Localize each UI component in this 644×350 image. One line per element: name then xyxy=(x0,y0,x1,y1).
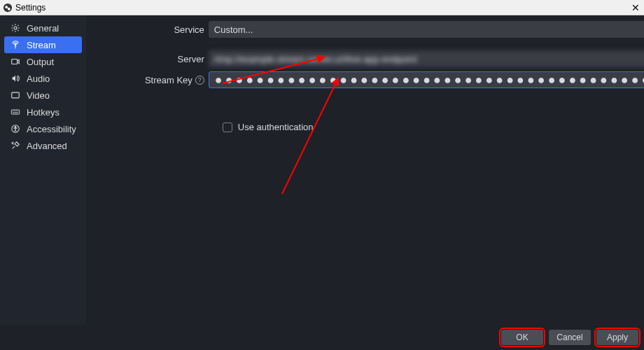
server-label: Server xyxy=(86,54,209,64)
sidebar-label: Stream xyxy=(27,40,56,50)
sidebar-label: Video xyxy=(27,90,50,101)
sidebar-item-general[interactable]: General xyxy=(4,20,82,36)
sidebar-label: Audio xyxy=(27,74,50,84)
sidebar-item-stream[interactable]: Stream xyxy=(4,36,82,53)
sidebar-label: General xyxy=(27,23,59,34)
output-icon xyxy=(10,56,21,67)
help-icon[interactable]: ? xyxy=(195,76,204,85)
service-label: Service xyxy=(86,24,209,35)
sidebar-label: Accessibility xyxy=(27,124,76,134)
app-icon xyxy=(3,3,13,13)
svg-point-3 xyxy=(14,27,17,29)
svg-rect-7 xyxy=(11,110,19,114)
gear-icon xyxy=(10,22,21,34)
window-title: Settings xyxy=(15,3,46,13)
keyboard-icon xyxy=(10,106,21,118)
sidebar-item-advanced[interactable]: Advanced xyxy=(4,137,82,154)
svg-point-1 xyxy=(5,6,8,8)
audio-icon xyxy=(10,73,21,84)
annotation-arrow xyxy=(279,71,345,197)
antenna-icon xyxy=(10,39,21,50)
service-value: Custom... xyxy=(214,24,253,35)
sidebar-item-hotkeys[interactable]: Hotkeys xyxy=(4,104,82,120)
accessibility-icon xyxy=(10,123,21,134)
sidebar-item-video[interactable]: Video xyxy=(4,87,82,104)
sidebar-label: Advanced xyxy=(27,141,67,151)
footer: OK Cancel Apply xyxy=(0,325,644,350)
svg-point-2 xyxy=(8,7,10,10)
svg-rect-5 xyxy=(12,59,18,64)
svg-point-0 xyxy=(4,3,12,11)
settings-window: Settings ✕ General Stream Output Audio xyxy=(0,0,644,350)
use-auth-label: Use authentication xyxy=(238,122,314,132)
svg-rect-6 xyxy=(12,92,20,98)
stream-key-value: ●●●●●●●●●●●●●●●●●●●●●●●●●●●●●●●●●●●●●●●●… xyxy=(215,73,644,88)
server-input[interactable]: rtmp://example.stream.server.url/live-ap… xyxy=(209,50,644,67)
video-icon xyxy=(10,90,21,101)
cancel-button[interactable]: Cancel xyxy=(549,330,591,345)
stream-key-input[interactable]: ●●●●●●●●●●●●●●●●●●●●●●●●●●●●●●●●●●●●●●●●… xyxy=(209,71,644,88)
sidebar: General Stream Output Audio Video Hotkey… xyxy=(0,15,86,325)
sidebar-label: Output xyxy=(27,57,54,67)
titlebar: Settings ✕ xyxy=(0,0,644,15)
stream-key-label: Stream Key xyxy=(145,75,192,85)
main-panel: Service Custom... ▴▾ Server rtmp://examp… xyxy=(86,15,644,325)
server-value: rtmp://example.stream.server.url/live-ap… xyxy=(214,54,417,64)
apply-button[interactable]: Apply xyxy=(596,330,638,345)
svg-line-11 xyxy=(282,78,338,194)
sidebar-item-output[interactable]: Output xyxy=(4,53,82,70)
svg-point-9 xyxy=(15,127,16,128)
ok-button[interactable]: OK xyxy=(501,330,543,345)
service-dropdown[interactable]: Custom... ▴▾ xyxy=(209,21,644,38)
use-auth-checkbox[interactable] xyxy=(223,122,232,132)
sidebar-item-audio[interactable]: Audio xyxy=(4,70,82,87)
sidebar-label: Hotkeys xyxy=(27,107,59,118)
close-icon[interactable]: ✕ xyxy=(631,3,640,13)
svg-point-4 xyxy=(15,44,16,46)
sidebar-item-accessibility[interactable]: Accessibility xyxy=(4,120,82,137)
tools-icon xyxy=(10,140,21,151)
